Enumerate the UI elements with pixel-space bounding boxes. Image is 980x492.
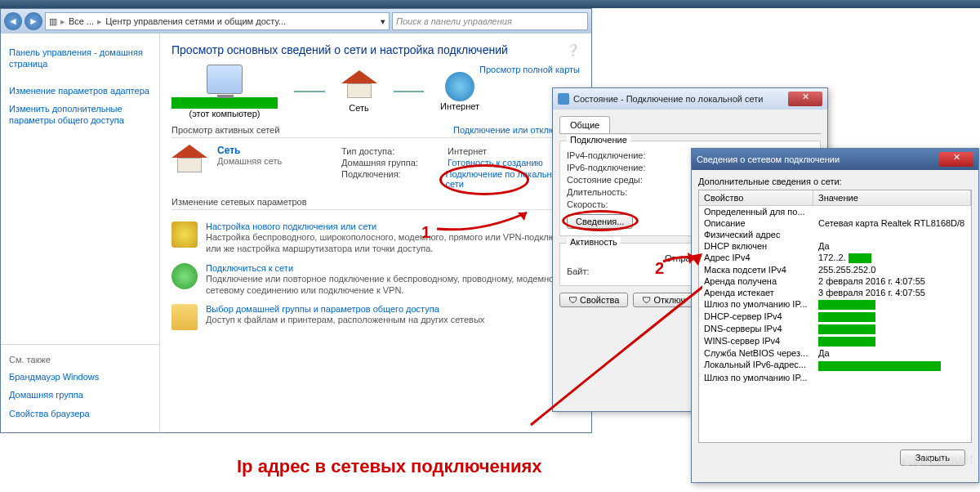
breadcrumb-seg[interactable]: Все ... bbox=[69, 16, 94, 26]
property-cell: DHCP-сервер IPv4 bbox=[699, 311, 813, 322]
network-icon bbox=[558, 93, 569, 105]
list-row[interactable]: Физический адрес bbox=[699, 229, 971, 240]
redacted-value bbox=[818, 300, 875, 310]
sidebar-homegroup[interactable]: Домашняя группа bbox=[9, 389, 151, 400]
media-label: Состояние среды: bbox=[567, 175, 689, 185]
details-heading: Дополнительные сведения о сети: bbox=[698, 177, 972, 186]
value-cell bbox=[813, 207, 971, 217]
bytes-label: Байт: bbox=[567, 266, 689, 276]
details-button[interactable]: Сведения... bbox=[567, 214, 633, 229]
value-cell: 2 февраля 2016 г. 4:07:55 bbox=[813, 276, 971, 286]
full-map-link[interactable]: Просмотр полной карты bbox=[479, 65, 580, 74]
breadcrumb-seg[interactable]: Центр управления сетями и общим досту... bbox=[105, 16, 286, 26]
help-icon[interactable]: ❔ bbox=[566, 43, 580, 56]
forward-button[interactable]: ► bbox=[24, 12, 42, 30]
watermark: Club Sovet bbox=[902, 450, 974, 470]
duration-label: Длительность: bbox=[567, 187, 689, 197]
value-cell bbox=[813, 336, 971, 347]
list-row[interactable]: Шлюз по умолчанию IP... bbox=[699, 372, 971, 383]
sidebar-browser[interactable]: Свойства браузера bbox=[9, 408, 151, 419]
tab-general[interactable]: Общие bbox=[559, 116, 610, 133]
list-row[interactable]: Локальный IPv6-адрес... bbox=[699, 359, 971, 371]
property-cell: Шлюз по умолчанию IP... bbox=[699, 373, 813, 382]
properties-button[interactable]: 🛡 Свойства bbox=[559, 293, 628, 307]
property-cell: Определенный для по... bbox=[699, 207, 813, 217]
property-cell: DHCP включен bbox=[699, 241, 813, 251]
list-row[interactable]: WINS-сервер IPv4 bbox=[699, 335, 971, 347]
content-area: ❔ Просмотр основных сведений о сети и на… bbox=[160, 34, 591, 432]
sidebar-home[interactable]: Панель управления - домашняя страница bbox=[9, 47, 151, 70]
search-input[interactable]: Поиск в панели управления bbox=[392, 12, 588, 30]
value-cell bbox=[813, 230, 971, 239]
search-placeholder: Поиск в панели управления bbox=[396, 16, 512, 26]
address-bar[interactable]: ▥ ▸ Все ... ▸ Центр управления сетями и … bbox=[45, 12, 390, 30]
task-desc: Подключение или повторное подключение к … bbox=[206, 273, 580, 297]
computer-icon bbox=[207, 65, 243, 94]
value-cell: Да bbox=[813, 241, 971, 251]
sidebar-sharing[interactable]: Изменить дополнительные параметры общего… bbox=[9, 103, 151, 127]
col-property[interactable]: Свойство bbox=[699, 190, 813, 205]
list-row[interactable]: Служба NetBIOS через...Да bbox=[699, 347, 971, 359]
list-row[interactable]: DHCP включенДа bbox=[699, 240, 971, 252]
task-new-connection[interactable]: Настройка нового подключения или сети bbox=[206, 221, 580, 231]
folder-icon bbox=[172, 304, 198, 330]
list-row[interactable]: Шлюз по умолчанию IP... bbox=[699, 298, 971, 311]
list-row[interactable]: Адрес IPv4172..2. bbox=[699, 252, 971, 264]
internet-label: Интернет bbox=[440, 101, 479, 111]
access-type-label: Тип доступа: bbox=[341, 146, 448, 156]
speed-label: Скорость: bbox=[567, 199, 689, 209]
property-cell: Адрес IPv4 bbox=[699, 253, 813, 263]
list-row[interactable]: Аренда истекает3 февраля 2016 г. 4:07:55 bbox=[699, 287, 971, 298]
task-desc: Доступ к файлам и принтерам, расположенн… bbox=[206, 314, 580, 325]
disable-button[interactable]: 🛡 Отключ bbox=[633, 293, 694, 307]
list-row[interactable]: DNS-серверы IPv4 bbox=[699, 323, 971, 335]
network-center-window: ◄ ► ▥ ▸ Все ... ▸ Центр управления сетям… bbox=[0, 8, 592, 433]
redacted-value bbox=[849, 253, 871, 263]
list-row[interactable]: Определенный для по... bbox=[699, 206, 971, 217]
list-row[interactable]: DHCP-сервер IPv4 bbox=[699, 311, 971, 323]
property-cell: Локальный IPv6-адрес... bbox=[699, 360, 813, 370]
active-nets-heading: Просмотр активных сетей bbox=[172, 125, 279, 135]
status-titlebar: Состояние - Подключение по локальной сет… bbox=[553, 88, 827, 110]
list-row[interactable]: Аренда получена2 февраля 2016 г. 4:07:55 bbox=[699, 275, 971, 287]
task-homegroup[interactable]: Выбор домашней группы и параметров общег… bbox=[206, 304, 580, 314]
page-title: Просмотр основных сведений о сети и наст… bbox=[172, 43, 580, 56]
value-cell bbox=[813, 373, 971, 382]
value-cell: Да bbox=[813, 348, 971, 358]
details-listview[interactable]: Свойство Значение Определенный для по...… bbox=[698, 190, 972, 443]
homegroup-link[interactable]: Готовность к созданию bbox=[448, 158, 543, 168]
value-cell bbox=[813, 324, 971, 334]
sidebar-firewall[interactable]: Брандмауэр Windows bbox=[9, 371, 151, 382]
redacted-value bbox=[818, 337, 875, 347]
sidebar: Панель управления - домашняя страница Из… bbox=[1, 34, 160, 432]
value-cell bbox=[813, 299, 971, 310]
task-connect[interactable]: Подключиться к сети bbox=[206, 263, 580, 273]
annotation-number-2: 2 bbox=[655, 259, 664, 278]
back-button[interactable]: ◄ bbox=[4, 12, 22, 30]
value-cell: Сетевая карта Realtek RTL8168D/8 bbox=[813, 218, 971, 228]
close-button[interactable]: ✕ bbox=[939, 152, 973, 167]
list-row[interactable]: Маска подсети IPv4255.255.252.0 bbox=[699, 264, 971, 275]
property-cell: Служба NetBIOS через... bbox=[699, 348, 813, 358]
col-value[interactable]: Значение bbox=[813, 190, 971, 205]
sidebar-adapter[interactable]: Изменение параметров адаптера bbox=[9, 85, 151, 96]
shield-icon bbox=[172, 221, 198, 248]
value-cell: 3 февраля 2016 г. 4:07:55 bbox=[813, 288, 971, 297]
value-cell: 255.255.252.0 bbox=[813, 265, 971, 275]
task-desc: Настройка беспроводного, широкополосного… bbox=[206, 231, 580, 255]
redacted-name bbox=[172, 97, 278, 109]
network-type[interactable]: Домашняя сеть bbox=[217, 156, 332, 166]
ipv6-label: IPv6-подключение: bbox=[567, 163, 689, 172]
list-row[interactable]: ОписаниеСетевая карта Realtek RTL8168D/8 bbox=[699, 217, 971, 229]
taskbar bbox=[0, 0, 980, 8]
property-cell: Аренда истекает bbox=[699, 288, 813, 297]
property-cell: WINS-сервер IPv4 bbox=[699, 336, 813, 347]
homegroup-label: Домашняя группа: bbox=[341, 158, 448, 168]
property-cell: DNS-серверы IPv4 bbox=[699, 324, 813, 334]
value-cell bbox=[813, 360, 971, 370]
titlebar: ◄ ► ▥ ▸ Все ... ▸ Центр управления сетям… bbox=[1, 9, 591, 34]
close-button[interactable]: ✕ bbox=[788, 92, 822, 106]
plug-icon bbox=[172, 263, 198, 289]
access-type-value: Интернет bbox=[448, 146, 487, 156]
network-name[interactable]: Сеть bbox=[217, 145, 332, 156]
